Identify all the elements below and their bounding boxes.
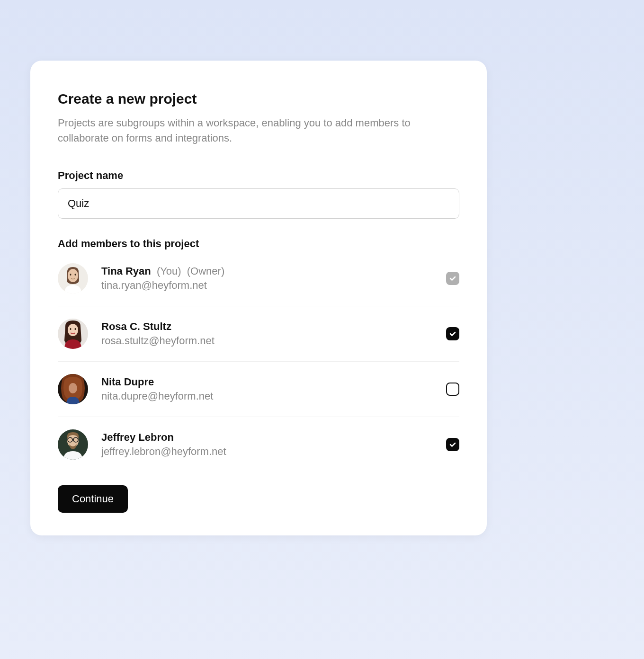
member-row: Jeffrey Lebron jeffrey.lebron@heyform.ne… [58,417,459,472]
member-info: Jeffrey Lebron jeffrey.lebron@heyform.ne… [101,431,446,458]
member-checkbox[interactable] [446,327,459,340]
member-checkbox[interactable] [446,438,459,451]
avatar [58,429,88,460]
member-email: jeffrey.lebron@heyform.net [101,445,446,458]
member-name: Jeffrey Lebron [101,431,174,443]
check-icon [449,275,456,282]
member-email: rosa.stultz@heyform.net [101,335,446,347]
member-row: Tina Ryan (You) (Owner) tina.ryan@heyfor… [58,263,459,306]
check-icon [449,441,456,448]
member-name-line: Nita Dupre [101,376,446,388]
member-info: Tina Ryan (You) (Owner) tina.ryan@heyfor… [101,265,446,292]
member-checkbox[interactable] [446,383,459,396]
member-row: Nita Dupre nita.dupre@heyform.net [58,362,459,417]
check-icon [449,330,456,338]
page-subtitle: Projects are subgroups within a workspac… [58,116,459,146]
member-email: tina.ryan@heyform.net [101,279,446,292]
create-project-card: Create a new project Projects are subgro… [30,61,487,535]
svg-point-2 [70,274,72,276]
member-email: nita.dupre@heyform.net [101,390,446,402]
svg-point-3 [75,274,76,276]
continue-button[interactable]: Continue [58,485,128,513]
you-badge: (You) [157,265,181,277]
avatar [58,319,88,349]
member-list: Tina Ryan (You) (Owner) tina.ryan@heyfor… [58,263,459,472]
avatar [58,374,88,404]
member-name: Rosa C. Stultz [101,321,171,332]
project-name-label: Project name [58,169,459,182]
member-name-line: Jeffrey Lebron [101,431,446,444]
svg-point-1 [68,269,78,282]
member-name-line: Tina Ryan (You) (Owner) [101,265,446,277]
svg-point-6 [70,328,72,330]
member-name: Tina Ryan [101,265,151,277]
member-row: Rosa C. Stultz rosa.stultz@heyform.net [58,306,459,362]
svg-point-9 [69,383,77,393]
add-members-label: Add members to this project [58,238,459,250]
member-checkbox [446,272,459,285]
page-title: Create a new project [58,91,459,107]
svg-point-5 [68,324,78,336]
owner-badge: (Owner) [187,265,224,277]
project-name-input[interactable] [58,188,459,219]
member-name-line: Rosa C. Stultz [101,321,446,333]
member-name: Nita Dupre [101,376,154,388]
svg-point-7 [75,328,76,330]
member-info: Rosa C. Stultz rosa.stultz@heyform.net [101,321,446,347]
member-info: Nita Dupre nita.dupre@heyform.net [101,376,446,402]
avatar [58,263,88,294]
